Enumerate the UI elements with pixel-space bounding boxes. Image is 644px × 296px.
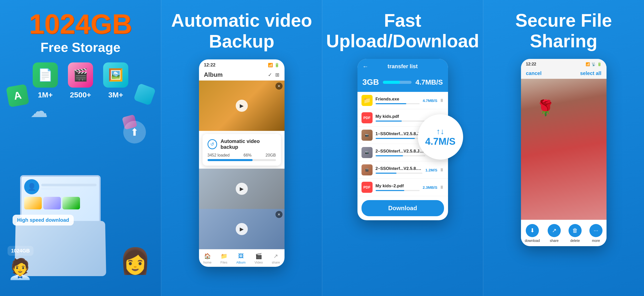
transfer-actions-1: 4.7MB/S ⏸	[423, 98, 444, 103]
backup-title: Automatic video Backup	[164, 10, 319, 52]
person-figure-left: 🧑‍💼	[8, 257, 33, 281]
share-statusbar-icons: 📶 📡 🔋	[586, 62, 601, 66]
nav-share[interactable]: ↗ share	[272, 253, 280, 264]
storage-title: 1024GB	[29, 10, 132, 38]
transfer-actions-6: 2.3MB/S ⏸	[423, 185, 444, 190]
pause-icon-1[interactable]: ⏸	[439, 98, 444, 103]
more-action[interactable]: ··· more	[589, 224, 602, 243]
transfer-arrows-icon: ↑↓	[436, 127, 445, 136]
backup-card-header: ↺ Automatic video backup	[208, 138, 276, 150]
nav-share-label: share	[272, 261, 280, 264]
phone-navbar: 🏠 home 📁 Files 🖼 Album 🎬 Video ↗ share	[199, 249, 285, 267]
share-topbar: cancel select all	[521, 68, 607, 79]
delete-action-label: delete	[570, 239, 580, 243]
file-speed-5: 1.2M/S	[425, 168, 437, 172]
deco-cube1	[133, 83, 156, 106]
checkmark-icon[interactable]: ✓	[268, 72, 272, 78]
sync-icon: ↺	[208, 139, 217, 149]
progress-6	[376, 190, 420, 191]
phone-header: Album ✓ ⊞	[199, 69, 285, 81]
battery-icon: 🔋	[274, 63, 279, 67]
documents-count: 1M+	[38, 91, 53, 99]
home-icon: 🏠	[204, 253, 211, 260]
share-action-bar: ⬇ download ↗ share 🗑 delete ··· more	[521, 220, 607, 246]
more-action-icon: ···	[589, 224, 602, 237]
play-button-1[interactable]: ▶	[236, 100, 248, 112]
video-icon: 🎬	[255, 253, 262, 260]
storage-badge: 1024GB	[8, 246, 33, 256]
transfer-item-5: 🎬 2–SSOInterf...V2.5.8.MP4 1.2M/S ⏸	[357, 161, 448, 179]
nav-video-label: Video	[255, 261, 263, 264]
video-thumb-2: ▶	[199, 169, 285, 209]
backup-progress-bar	[208, 159, 276, 161]
more-action-label: more	[592, 239, 600, 243]
nav-album-label: Album	[236, 261, 246, 264]
file-info-1: Friends.exe	[376, 97, 420, 104]
videos-count: 2500+	[70, 91, 91, 99]
file-info-5: 2–SSOInterf...V2.5.8.MP4	[376, 166, 422, 174]
photos-count: 3M+	[108, 91, 123, 99]
download-action[interactable]: ⬇ download	[525, 224, 540, 243]
download-button[interactable]: Download	[361, 200, 444, 216]
panel-sharing: Secure File Sharing 12:22 📶 📡 🔋 cancel s…	[483, 0, 644, 296]
share-action-label: share	[550, 239, 558, 243]
nav-files-label: Files	[220, 261, 227, 264]
loaded-count: 3452 loaded	[208, 153, 230, 158]
play-button-3[interactable]: ▶	[236, 223, 248, 235]
deco-cloud-icon: ☁	[30, 101, 48, 121]
filename-6: My kids–2.pdf	[376, 183, 420, 189]
nav-video[interactable]: 🎬 Video	[255, 253, 263, 264]
nav-home-label: home	[203, 261, 212, 264]
progress-4	[376, 155, 426, 156]
backup-progress-fill	[208, 159, 253, 161]
img-icon-1: 📷	[361, 130, 373, 141]
sharing-title: Secure File Sharing	[483, 10, 644, 51]
video-thumb-3: ▶ ✕	[199, 209, 285, 249]
transfer-list-title: transfer list	[372, 63, 434, 70]
download-action-icon: ⬇	[526, 224, 539, 237]
close-video-1[interactable]: ✕	[275, 83, 283, 90]
pdf-icon-2: PDF	[361, 182, 373, 193]
transfer-speed-val: 4.7MB/S	[416, 78, 443, 86]
filename-4: 2–SSOInterf...V2.5.8.JPEG	[376, 149, 426, 154]
cancel-button[interactable]: cancel	[526, 70, 542, 76]
panel-storage: 1024GB Free Storage 📄 1M+ 🎬 2500+ 🖼️ 3M+…	[0, 0, 161, 296]
file-info-6: My kids–2.pdf	[376, 183, 420, 191]
progress-size: 20GB	[266, 153, 276, 158]
backup-card-title: Automatic video backup	[221, 138, 276, 150]
filename-5: 2–SSOInterf...V2.5.8.MP4	[376, 166, 422, 171]
share-action[interactable]: ↗ share	[548, 224, 561, 243]
progress-5	[376, 173, 422, 174]
backup-progress-info: 3452 loaded 66% 20GB	[208, 153, 276, 158]
share-phone-time: 12:22	[526, 62, 536, 66]
nav-home[interactable]: 🏠 home	[203, 253, 212, 264]
pause-icon-5[interactable]: ⏸	[439, 167, 444, 173]
transfer-actions-5: 1.2M/S ⏸	[425, 167, 444, 173]
feature-icons: 📄 1M+ 🎬 2500+ 🖼️ 3M+	[33, 62, 128, 99]
pause-icon-6[interactable]: ⏸	[439, 185, 444, 190]
person-figure-right: 👩	[119, 246, 151, 276]
speed-progress-fill	[383, 81, 400, 84]
transfer-item-1: 📁 Friends.exe 4.7MB/S ⏸	[357, 92, 448, 109]
select-all-button[interactable]: select all	[580, 70, 601, 76]
backup-phone-mockup: 12:22 📶 🔋 Album ✓ ⊞ ▶ ✕ ↺ Automatic vide…	[199, 59, 285, 267]
transfer-phone-mockup: ← transfer list 3GB 4.7MB/S 📁 Friends.ex…	[357, 59, 448, 220]
play-button-2[interactable]: ▶	[236, 183, 248, 195]
battery-icon-2: 🔋	[597, 62, 601, 66]
download-speed-label: High speed download	[13, 215, 74, 226]
phone-time: 12:22	[204, 62, 216, 68]
feature-documents: 📄 1M+	[33, 62, 58, 99]
speed-badge: ↑↓ 4.7M/S	[418, 114, 463, 160]
nav-files[interactable]: 📁 Files	[220, 253, 227, 264]
file-speed-6: 2.3MB/S	[423, 185, 437, 190]
file-speed-1: 4.7MB/S	[423, 98, 437, 103]
deco-a-icon: A	[6, 84, 29, 107]
back-icon[interactable]: ←	[363, 63, 369, 70]
pdf-icon-1: PDF	[361, 112, 373, 123]
file-info-4: 2–SSOInterf...V2.5.8.JPEG	[376, 149, 426, 156]
close-video-3[interactable]: ✕	[275, 211, 283, 218]
nav-album[interactable]: 🖼 Album	[236, 253, 246, 264]
delete-action[interactable]: 🗑 delete	[569, 224, 582, 243]
statusbar-icons: 📶 🔋	[268, 63, 279, 67]
filter-icon[interactable]: ⊞	[275, 72, 279, 78]
